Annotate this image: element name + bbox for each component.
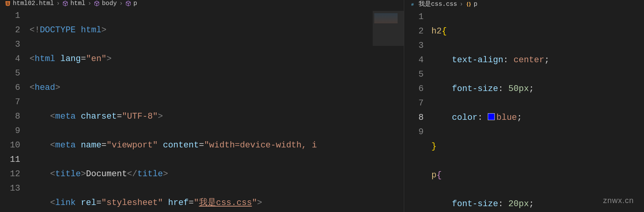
line-number: 9: [404, 125, 424, 139]
code-line: <head>: [30, 81, 317, 95]
watermark: znwx.cn: [603, 196, 634, 205]
line-number: 12: [0, 167, 20, 181]
code-line: p{: [431, 168, 550, 182]
breadcrumb-seg-label: html: [70, 0, 85, 7]
line-number-active: 8: [404, 110, 424, 125]
line-number-active: 11: [0, 152, 20, 167]
breadcrumb-file-label: 我是css.css: [419, 0, 457, 8]
line-number: 1: [0, 9, 20, 23]
code-line: }: [431, 139, 550, 154]
breadcrumb-file[interactable]: # 我是css.css: [410, 0, 457, 8]
editor-body-right[interactable]: 1 2 3 4 5 6 7 8 9 h2{ text-align: center…: [404, 8, 644, 212]
css-file-icon: #: [410, 1, 417, 7]
html-file-icon: [5, 0, 11, 7]
breadcrumb-seg-label: body: [102, 0, 117, 7]
cube-icon: [94, 0, 100, 7]
line-number: 5: [404, 67, 424, 82]
chevron-right-icon: ›: [119, 0, 123, 7]
breadcrumb-seg-label: p: [133, 0, 137, 7]
css-selector-icon: [466, 1, 472, 7]
line-number: 4: [404, 53, 424, 67]
cube-icon: [62, 0, 68, 7]
code-line: h2{: [431, 24, 550, 39]
minimap[interactable]: [373, 11, 404, 198]
code-area[interactable]: <!DOCTYPE html> <html lang="en"> <head> …: [30, 7, 317, 212]
line-number: 3: [404, 39, 424, 53]
code-line: <html lang="en">: [30, 52, 317, 66]
line-number: 6: [0, 81, 20, 95]
line-number: 6: [404, 82, 424, 96]
editor-pane-right: # 我是css.css › p 1 2 3 4 5 6 7 8 9 h2{ te…: [404, 0, 644, 212]
chevron-right-icon: ›: [56, 0, 60, 7]
breadcrumb-left[interactable]: html02.html › html › body › p: [0, 0, 404, 7]
editor-body-left[interactable]: 1 2 3 4 5 6 7 8 9 10 11 12 13 <!DOCTYPE …: [0, 7, 404, 212]
line-gutter: 1 2 3 4 5 6 7 8 9 10 11 12 13: [0, 7, 30, 212]
svg-text:#: #: [411, 2, 414, 7]
color-swatch-blue[interactable]: [488, 113, 495, 120]
chevron-right-icon: ›: [88, 0, 92, 7]
code-line: font-size: 50px;: [431, 82, 550, 96]
line-number: 4: [0, 52, 20, 66]
breadcrumb-seg-body[interactable]: body: [94, 0, 117, 7]
line-gutter: 1 2 3 4 5 6 7 8 9: [404, 8, 431, 212]
line-number: 8: [0, 109, 20, 124]
line-number: 10: [0, 138, 20, 152]
line-number: 5: [0, 66, 20, 81]
line-number: 2: [404, 24, 424, 39]
breadcrumb-seg-label: p: [474, 1, 478, 8]
line-number: 3: [0, 37, 20, 52]
breadcrumb-right[interactable]: # 我是css.css › p: [404, 0, 644, 8]
code-line: <title>Document</title>: [30, 167, 317, 181]
line-number: 2: [0, 23, 20, 37]
cube-icon: [125, 0, 131, 7]
minimap-content: [374, 13, 398, 23]
breadcrumb-seg-html[interactable]: html: [62, 0, 85, 7]
line-number: 13: [0, 181, 20, 196]
code-line: <meta charset="UTF-8">: [30, 109, 317, 124]
breadcrumb-file-label: html02.html: [13, 0, 54, 7]
code-line: <!DOCTYPE html>: [30, 23, 317, 37]
code-line: font-size: 20px;: [431, 197, 550, 211]
breadcrumb-seg-p[interactable]: p: [466, 1, 478, 8]
line-number: 1: [404, 10, 424, 24]
line-number: 7: [404, 96, 424, 110]
editor-pane-left: html02.html › html › body › p 1 2 3 4 5 …: [0, 0, 404, 212]
code-line: <meta name="viewport" content="width=dev…: [30, 138, 317, 152]
line-number: 9: [0, 124, 20, 138]
code-line: text-align: center;: [431, 53, 550, 67]
code-line: color: blue;: [431, 110, 550, 125]
code-line: <link rel="stylesheet" href="我是css.css">: [30, 196, 317, 210]
breadcrumb-file[interactable]: html02.html: [5, 0, 54, 7]
breadcrumb-seg-p[interactable]: p: [125, 0, 137, 7]
line-number: 7: [0, 95, 20, 109]
code-area[interactable]: h2{ text-align: center; font-size: 50px;…: [431, 8, 550, 212]
chevron-right-icon: ›: [459, 1, 463, 8]
